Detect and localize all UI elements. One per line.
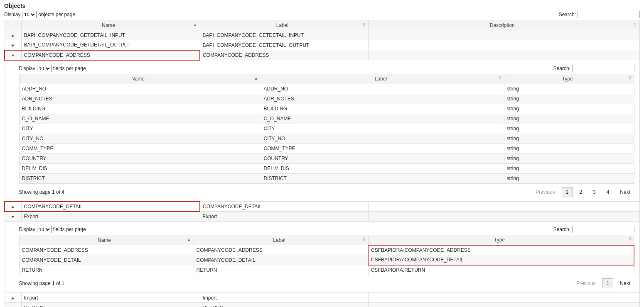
outer-length-control: Display 10 objects per page xyxy=(4,11,75,18)
cell-label: C_O_NAME xyxy=(261,114,504,124)
cell-name: DELIV_DIS xyxy=(19,163,261,173)
expand-toggle[interactable] xyxy=(5,50,21,60)
col-label[interactable]: Label⇅ xyxy=(200,20,368,30)
cell-type: string xyxy=(504,154,634,163)
inner-page-length-select[interactable]: 10 xyxy=(37,226,52,233)
cell-label: BAPI_COMPANYCODE_GETDETAIL_INPUT xyxy=(200,30,368,40)
expand-toggle[interactable] xyxy=(5,293,21,303)
pager-page[interactable]: 4 xyxy=(602,187,614,197)
col-name[interactable]: Name▲ xyxy=(19,235,194,245)
expand-toggle[interactable] xyxy=(5,30,21,40)
pager-prev[interactable]: Previous xyxy=(531,187,559,197)
pager: Previous1Next xyxy=(572,278,634,288)
cell-label: BAPI_COMPANYCODE_GETDETAIL_OUTPUT xyxy=(200,40,368,50)
expand-toggle[interactable] xyxy=(5,212,21,222)
search-label: Search: xyxy=(553,66,570,71)
cell-name: COMPANYCODE_ADDRESS xyxy=(21,50,200,60)
cell-label: COMM_TYPE xyxy=(261,144,504,154)
expand-toggle[interactable] xyxy=(5,40,21,50)
cell-type: CSFBAPIORA:COMPANYCODE_DETAIL xyxy=(368,255,634,265)
inner-page-length-select[interactable]: 10 xyxy=(37,65,52,72)
inner-search-input[interactable] xyxy=(572,65,634,72)
table-row: COMM_TYPECOMM_TYPEstring xyxy=(19,144,634,154)
table-row: CITY_NOCITY_NOstring xyxy=(19,134,634,144)
cell-label: ADDR_NO xyxy=(261,84,504,94)
pager-prev[interactable]: Previous xyxy=(572,278,600,288)
cell-description xyxy=(368,293,640,303)
col-description[interactable]: Description⇅ xyxy=(368,20,640,30)
col-expand xyxy=(5,20,21,30)
pager-page[interactable]: 3 xyxy=(589,187,600,197)
sort-icon: ⇅ xyxy=(628,76,632,80)
pager-page[interactable]: 1 xyxy=(562,187,573,197)
cell-name: COUNTRY xyxy=(19,154,261,163)
cell-name: ADDR_NO xyxy=(19,84,261,94)
cell-label: COUNTRY xyxy=(261,154,504,163)
cell-description xyxy=(368,202,640,212)
cell-name: CITY_NO xyxy=(19,134,261,144)
cell-description xyxy=(368,40,640,50)
table-row: BAPI_COMPANYCODE_GETDETAIL_INPUT BAPI_CO… xyxy=(5,30,640,40)
display-suffix: objects per page xyxy=(38,12,75,17)
chevron-icon xyxy=(12,204,15,210)
expanded-row: Display 10 fields per page Search: Name▲… xyxy=(5,60,640,202)
inner-search-input[interactable] xyxy=(572,226,634,233)
cell-name: Export xyxy=(21,212,200,222)
sort-asc-icon: ▲ xyxy=(193,22,197,27)
table-row: COMPANYCODE_ADDRESS COMPANYCODE_ADDRESS xyxy=(5,50,640,60)
cell-label: COMPANYCODE_DETAIL xyxy=(200,202,368,212)
table-row: CITYCITYstring xyxy=(19,124,634,134)
cell-name: RETURN xyxy=(21,303,200,307)
table-row: DELIV_DISDELIV_DISstring xyxy=(19,163,634,173)
expand-toggle[interactable] xyxy=(5,303,21,307)
cell-name: C_O_NAME xyxy=(19,114,261,124)
pager-page[interactable]: 1 xyxy=(602,278,614,288)
sort-icon: ⇅ xyxy=(498,76,501,80)
col-type[interactable]: Type⇅ xyxy=(504,74,634,84)
table-row: COMPANYCODE_DETAIL COMPANYCODE_DETAIL xyxy=(5,202,640,212)
cell-label: COMPANYCODE_ADDRESS xyxy=(194,245,368,255)
cell-type: CSFBAPIORA:COMPANYCODE_ADDRESS xyxy=(368,245,634,255)
cell-description xyxy=(368,303,640,307)
chevron-icon xyxy=(11,214,15,219)
table-row: ADR_NOTESADR_NOTESstring xyxy=(19,94,634,104)
outer-page-length-select[interactable]: 10 xyxy=(22,11,37,18)
cell-name: COMPANYCODE_DETAIL xyxy=(21,202,200,212)
col-name[interactable]: Name▲ xyxy=(19,74,261,84)
outer-search-input[interactable] xyxy=(578,11,640,18)
pager: Previous1234Next xyxy=(531,187,634,197)
cell-description xyxy=(368,212,640,222)
cell-type: string xyxy=(504,134,634,144)
sort-icon: ⇅ xyxy=(628,237,632,241)
cell-label: Import xyxy=(200,293,368,303)
col-label[interactable]: Label⇅ xyxy=(194,235,368,245)
cell-label: CITY xyxy=(261,124,504,134)
col-label[interactable]: Label⇅ xyxy=(261,74,504,84)
cell-type: string xyxy=(504,114,634,124)
sort-icon: ⇅ xyxy=(362,237,366,241)
table-row: C_O_NAMEC_O_NAMEstring xyxy=(19,114,634,124)
table-row: RETURNRETURNCSFBAPIORA:RETURN xyxy=(19,265,634,275)
table-row: Export Export xyxy=(5,212,640,222)
cell-name: RETURN xyxy=(19,265,194,275)
cell-type: string xyxy=(504,144,634,154)
cell-name: BUILDING xyxy=(19,104,261,114)
cell-name: DISTRICT xyxy=(19,173,261,183)
cell-label: COMPANYCODE_DETAIL xyxy=(194,255,368,265)
cell-name: ADR_NOTES xyxy=(19,94,261,104)
search-label: Search: xyxy=(559,12,576,17)
col-type[interactable]: Type⇅ xyxy=(368,235,634,245)
pager-next[interactable]: Next xyxy=(616,187,634,197)
pager-page[interactable]: 2 xyxy=(575,187,586,197)
pager-next[interactable]: Next xyxy=(616,278,634,288)
search-label: Search: xyxy=(553,227,570,232)
expanded-row: Display 10 fields per page Search: Name▲… xyxy=(5,222,640,293)
display-prefix: Display xyxy=(19,66,35,71)
table-row: DISTRICTDISTRICTstring xyxy=(19,173,634,183)
cell-label: RETURN xyxy=(194,265,368,275)
table-row: BUILDINGBUILDINGstring xyxy=(19,104,634,114)
col-name[interactable]: Name▲ xyxy=(21,20,200,30)
expand-toggle[interactable] xyxy=(5,202,21,212)
cell-label: DISTRICT xyxy=(261,173,504,183)
cell-label: CITY_NO xyxy=(261,134,504,144)
